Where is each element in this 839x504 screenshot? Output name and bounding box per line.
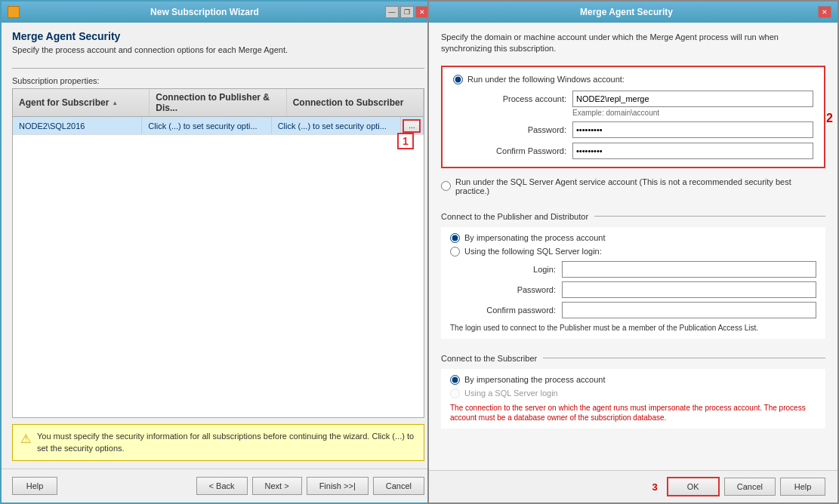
badge-1: 1 — [397, 133, 414, 149]
right-titlebar-controls: ✕ — [818, 6, 831, 18]
restore-button[interactable]: ❐ — [400, 6, 414, 18]
password-label: Password: — [468, 121, 566, 138]
publisher-divider-line — [594, 216, 825, 217]
warning-box: ⚠ You must specify the security informat… — [12, 424, 424, 461]
cell-subscriber-conn: Click (...) to set security opti... — [272, 117, 401, 134]
subscriber-impersonate-label: By impersonating the process account — [464, 375, 606, 384]
sql-agent-label: Run under the SQL Server Agent service a… — [455, 177, 825, 195]
finish-button[interactable]: Finish >>| — [307, 477, 369, 495]
left-window: New Subscription Wizard — ❐ ✕ Merge Agen… — [0, 0, 436, 504]
bottom-buttons: Help < Back Next > Finish >>| Cancel — [2, 469, 435, 502]
pub-confirm-label: Confirm password: — [465, 302, 556, 318]
warning-icon: ⚠ — [20, 432, 31, 446]
pub-login-label: Login: — [465, 261, 556, 278]
windows-account-label: Run under the following Windows account: — [467, 75, 625, 84]
publisher-login-form: Login: Password: Confirm password: — [465, 261, 816, 318]
publisher-sql-login-radio[interactable] — [450, 247, 460, 257]
pub-confirm-input[interactable] — [562, 302, 816, 318]
titlebar-controls: — ❐ ✕ — [385, 6, 429, 18]
subscriber-red-info: The connection to the server on which th… — [450, 403, 816, 423]
col-publisher: Connection to Publisher & Dis... — [150, 89, 286, 116]
subscription-label: Subscription properties: — [12, 76, 424, 85]
subscriber-sql-login-label: Using a SQL Server login — [464, 389, 558, 398]
cell-publisher-conn: Click (...) to set security opti... — [142, 117, 271, 134]
subscriber-impersonate-row: By impersonating the process account — [450, 375, 816, 385]
back-button[interactable]: < Back — [196, 477, 248, 495]
cell-agent: NODE2\SQL2016 — [13, 117, 142, 134]
security-options-button[interactable]: ... — [403, 119, 421, 133]
ok-button[interactable]: OK — [667, 477, 720, 496]
col-subscriber: Connection to Subscriber — [287, 89, 424, 116]
help-right-button[interactable]: Help — [780, 478, 825, 496]
col-agent: Agent for Subscriber ▲ — [13, 89, 150, 116]
windows-account-form: Process account: Example: domain\account… — [468, 91, 813, 159]
right-window: Merge Agent Security ✕ Specify the domai… — [427, 0, 839, 504]
warning-text: You must specify the security informatio… — [37, 431, 416, 454]
subscriber-sql-login-row: Using a SQL Server login — [450, 389, 816, 398]
close-right-window-button[interactable]: ✕ — [818, 6, 831, 18]
publisher-divider: Connect to the Publisher and Distributor — [441, 212, 825, 221]
publisher-impersonate-radio[interactable] — [450, 233, 460, 243]
publisher-info-text: The login used to connect to the Publish… — [450, 323, 816, 333]
left-window-title: New Subscription Wizard — [24, 7, 385, 17]
windows-account-panel: Run under the following Windows account:… — [441, 66, 825, 168]
confirm-password-label: Confirm Password: — [468, 143, 566, 159]
divider — [12, 68, 424, 69]
sort-icon: ▲ — [112, 100, 118, 106]
badge-3-label: 3 — [652, 481, 658, 493]
publisher-impersonate-label: By impersonating the process account — [464, 233, 606, 242]
process-account-label: Process account: — [468, 91, 566, 107]
subscriber-impersonate-radio[interactable] — [450, 375, 460, 385]
pub-password-input[interactable] — [562, 281, 816, 298]
confirm-password-input[interactable] — [572, 143, 813, 159]
publisher-connect-section: By impersonating the process account Usi… — [441, 227, 825, 339]
example-text: Example: domain\account — [572, 109, 813, 117]
example-spacer — [468, 112, 566, 117]
section-subtitle: Specify the process account and connecti… — [12, 45, 424, 54]
subscriber-connect-section: By impersonating the process account Usi… — [441, 369, 825, 429]
subscriber-sql-login-radio[interactable] — [450, 389, 460, 398]
minimize-button[interactable]: — — [385, 6, 399, 18]
section-title: Merge Agent Security — [12, 30, 424, 42]
publisher-impersonate-row: By impersonating the process account — [450, 233, 816, 243]
window-icon — [8, 6, 20, 18]
right-window-title: Merge Agent Security — [435, 7, 818, 17]
publisher-section-label: Connect to the Publisher and Distributor — [441, 212, 588, 221]
windows-account-radio[interactable] — [453, 75, 463, 85]
subscription-table: Agent for Subscriber ▲ Connection to Pub… — [12, 88, 424, 418]
right-bottom-buttons: 3 OK Cancel Help — [429, 470, 837, 502]
subscriber-divider: Connect to the Subscriber — [441, 354, 825, 363]
windows-account-radio-row: Run under the following Windows account: — [453, 75, 813, 85]
dots-button-cell: ... — [401, 117, 424, 134]
process-account-input[interactable] — [572, 91, 813, 107]
table-row[interactable]: NODE2\SQL2016 Click (...) to set securit… — [13, 117, 424, 135]
publisher-sql-login-label: Using the following SQL Server login: — [464, 247, 602, 256]
right-content: Specify the domain or machine account un… — [429, 23, 837, 470]
sql-agent-radio-row: Run under the SQL Server Agent service a… — [441, 177, 825, 195]
right-titlebar: Merge Agent Security ✕ — [429, 2, 837, 23]
pub-password-label: Password: — [465, 281, 556, 298]
cancel-right-button[interactable]: Cancel — [724, 478, 776, 496]
desc-text: Specify the domain or machine account un… — [441, 32, 825, 55]
table-header: Agent for Subscriber ▲ Connection to Pub… — [13, 89, 424, 117]
help-button[interactable]: Help — [12, 477, 57, 495]
publisher-sql-login-row: Using the following SQL Server login: — [450, 247, 816, 257]
subscriber-divider-line — [543, 358, 825, 358]
left-content: Merge Agent Security Specify the process… — [2, 23, 435, 469]
next-button[interactable]: Next > — [252, 477, 302, 495]
password-input[interactable] — [572, 121, 813, 138]
sql-agent-radio[interactable] — [441, 181, 451, 191]
subscriber-section-label: Connect to the Subscriber — [441, 354, 537, 363]
left-titlebar: New Subscription Wizard — ❐ ✕ — [2, 2, 435, 23]
pub-login-input[interactable] — [562, 261, 816, 278]
cancel-left-button[interactable]: Cancel — [373, 477, 424, 495]
badge-2: 2 — [826, 112, 833, 125]
